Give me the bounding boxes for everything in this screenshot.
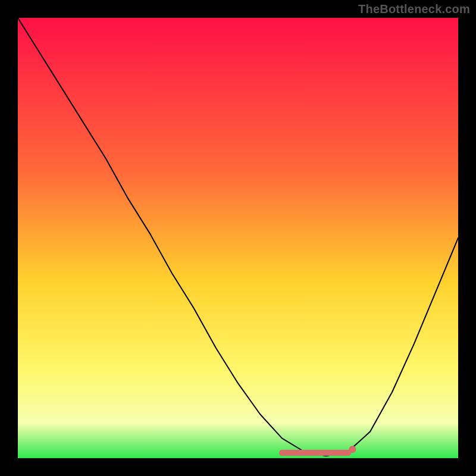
chart-plot-area xyxy=(18,18,458,458)
chart-svg xyxy=(18,18,458,458)
watermark-text: TheBottleneck.com xyxy=(358,2,470,16)
optimal-marker-dot xyxy=(349,446,356,453)
chart-frame: TheBottleneck.com xyxy=(0,0,476,476)
